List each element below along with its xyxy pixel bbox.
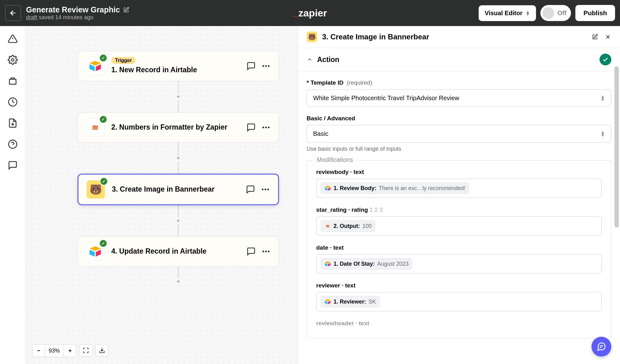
close-button[interactable] (604, 33, 611, 40)
node-menu-icon[interactable] (261, 247, 271, 256)
draft-link[interactable]: draft (26, 14, 37, 20)
star-rating-input[interactable]: ≋ 2. Output: 100 (316, 216, 602, 236)
check-icon: ✓ (99, 239, 107, 247)
scrollbar[interactable] (614, 66, 619, 228)
add-step-button[interactable]: + (175, 278, 182, 285)
check-icon: ✓ (99, 115, 107, 123)
svg-point-20 (265, 251, 267, 252)
node-comment-icon[interactable] (246, 61, 256, 71)
svg-marker-18 (96, 250, 101, 257)
edit-icon[interactable] (123, 7, 129, 13)
data-pill[interactable]: ≋ 2. Output: 100 (321, 220, 375, 232)
chat-fab[interactable] (591, 337, 611, 357)
chevron-up-icon (307, 56, 313, 63)
svg-marker-5 (90, 64, 95, 71)
svg-marker-16 (90, 246, 101, 251)
fit-button[interactable] (79, 344, 93, 357)
node-title: 4. Update Record in Airtable (111, 246, 240, 256)
data-pill[interactable]: 1. Date Of Stay: August 2023 (321, 258, 412, 269)
rename-button[interactable] (591, 33, 598, 40)
svg-point-15 (267, 189, 269, 190)
history-icon[interactable] (7, 97, 18, 107)
reviewbody-input[interactable]: 1. Review Body: There is an exc…ly recom… (316, 179, 602, 198)
zoom-value: 93% (45, 344, 64, 357)
publish-button[interactable]: Publish (575, 5, 615, 21)
node-comment-icon[interactable] (246, 247, 256, 256)
svg-marker-28 (325, 299, 330, 301)
node-title: 1. New Record in Airtable (111, 65, 240, 75)
left-sidebar (0, 26, 25, 364)
add-step-button[interactable]: + (175, 217, 182, 224)
svg-point-12 (268, 127, 270, 128)
zoom-out-button[interactable]: − (33, 344, 45, 357)
flow-canvas[interactable]: ✓ Trigger 1. New Record in Airtable + ✓ … (25, 26, 298, 364)
svg-marker-27 (328, 263, 330, 266)
saved-status: draft saved 14 minutes ago (26, 14, 129, 21)
add-step-button[interactable]: + (175, 93, 182, 100)
svg-point-13 (262, 189, 264, 190)
formatter-app-icon: ✓ ≋ (86, 118, 104, 137)
node-comment-icon[interactable] (246, 185, 255, 194)
node-menu-icon[interactable] (261, 61, 271, 71)
download-button[interactable] (95, 344, 109, 357)
modifications-fieldset: Modifications reviewbody · text 1. Revie… (307, 160, 611, 338)
svg-marker-6 (96, 64, 101, 71)
svg-marker-4 (90, 61, 101, 66)
alert-icon[interactable] (7, 33, 18, 44)
bannerbear-icon: 🐻 (307, 32, 317, 42)
node-title: 3. Create Image in Bannerbear (112, 184, 239, 194)
modifications-legend: Modifications (314, 156, 356, 163)
help-icon[interactable] (7, 139, 18, 149)
back-button[interactable] (5, 5, 21, 21)
mod-label: reviewbody · text (316, 169, 602, 175)
flow-node-step4[interactable]: ✓ 4. Update Record in Airtable (78, 236, 279, 267)
data-pill[interactable]: 1. Review Body: There is an exc…ly recom… (321, 183, 469, 194)
svg-point-14 (264, 189, 266, 190)
svg-marker-30 (328, 301, 330, 304)
node-menu-icon[interactable] (261, 185, 270, 194)
template-id-label: * Template ID (required) (307, 79, 611, 86)
comment-icon[interactable] (7, 160, 18, 171)
enable-toggle[interactable]: Off (540, 5, 571, 21)
svg-point-11 (265, 127, 267, 128)
svg-marker-25 (325, 261, 330, 264)
svg-point-9 (268, 65, 270, 67)
top-header: Generate Review Graphic draft saved 14 m… (0, 0, 620, 26)
trigger-badge: Trigger (111, 57, 135, 64)
action-section-header[interactable]: Action (298, 48, 620, 71)
node-comment-icon[interactable] (246, 123, 256, 132)
flow-node-step2[interactable]: ✓ ≋ 2. Numbers in Formatter by Zapier (78, 112, 279, 143)
mod-label: star_rating · rating 1 2 3 (316, 206, 602, 213)
reviewer-input[interactable]: 1. Reviewer: SK (316, 292, 602, 311)
status-check-icon (600, 54, 611, 65)
zapier-logo: _zapier (293, 7, 327, 19)
svg-point-19 (263, 251, 264, 252)
mode-select[interactable]: Basic ▲▼ (307, 125, 611, 143)
flow-node-step3[interactable]: ✓ 🐻 3. Create Image in Bannerbear (78, 174, 279, 205)
zoom-in-button[interactable]: + (64, 344, 76, 357)
mod-label: date · text (316, 244, 602, 251)
check-icon: ✓ (99, 54, 107, 62)
action-label: Action (317, 55, 600, 64)
panel-title: 3. Create Image in Bannerbear (322, 33, 587, 41)
visual-editor-dropdown[interactable]: Visual Editor ▲▼ (479, 5, 536, 21)
date-input[interactable]: 1. Date Of Stay: August 2023 (316, 254, 602, 273)
zoom-controls: − 93% + (32, 344, 109, 357)
notes-icon[interactable] (7, 76, 18, 86)
versions-icon[interactable] (7, 118, 18, 128)
svg-point-10 (263, 127, 264, 128)
template-id-select[interactable]: White Simple Photocentric Travel TripAdv… (307, 89, 611, 107)
page-title: Generate Review Graphic (26, 5, 120, 14)
config-panel: 🐻 3. Create Image in Bannerbear Action *… (298, 26, 620, 364)
bannerbear-app-icon: ✓ 🐻 (86, 180, 105, 199)
node-menu-icon[interactable] (261, 123, 271, 132)
add-step-button[interactable]: + (175, 154, 182, 162)
flow-node-trigger[interactable]: ✓ Trigger 1. New Record in Airtable (78, 51, 279, 81)
data-pill[interactable]: 1. Reviewer: SK (321, 296, 379, 307)
mode-label: Basic / Advanced (307, 115, 611, 122)
check-icon: ✓ (100, 177, 108, 185)
settings-icon[interactable] (7, 55, 18, 65)
svg-marker-17 (90, 250, 95, 257)
svg-marker-24 (328, 187, 330, 191)
mod-label: reviewheader · text (316, 320, 602, 327)
